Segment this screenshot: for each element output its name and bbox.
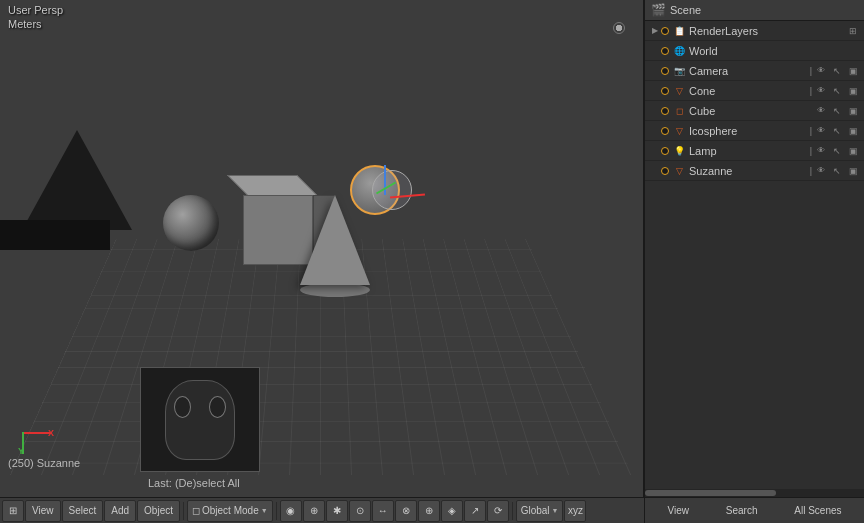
dot-cone bbox=[661, 87, 669, 95]
last-operation-label: Last: (De)select All bbox=[148, 477, 240, 489]
visibility-cube[interactable] bbox=[814, 104, 828, 118]
visibility-cone[interactable] bbox=[814, 84, 828, 98]
outliner-row-suzanne[interactable]: ▽ Suzanne | ▣ bbox=[645, 161, 864, 181]
cube-top-face bbox=[227, 175, 321, 199]
outliner-item-list[interactable]: ▶ 📋 RenderLayers ⊞ 🌐 World 📷 Cam bbox=[645, 21, 864, 489]
outliner-row-cone[interactable]: ▽ Cone | ▣ bbox=[645, 81, 864, 101]
visibility-icosphere[interactable] bbox=[814, 124, 828, 138]
scene-header-icon: 🎬 bbox=[651, 3, 666, 17]
icon-icosphere: ▽ bbox=[672, 124, 686, 138]
label-world: World bbox=[689, 45, 860, 57]
global-label: Global bbox=[521, 505, 550, 516]
sep-icosphere: | bbox=[810, 126, 812, 136]
dot-icosphere bbox=[661, 127, 669, 135]
select-suzanne[interactable] bbox=[830, 164, 844, 178]
expand-world bbox=[649, 45, 661, 57]
outliner-view-btn[interactable]: View bbox=[661, 505, 695, 516]
toolbar-icon-10[interactable]: ⟳ bbox=[487, 500, 509, 522]
render-suzanne[interactable]: ▣ bbox=[846, 164, 860, 178]
dot-renderlayers bbox=[661, 27, 669, 35]
actions-renderlayers: ⊞ bbox=[846, 24, 860, 38]
toolbar-sep-3 bbox=[512, 502, 513, 520]
object-mode-label: Object Mode bbox=[202, 505, 259, 516]
add-menu-label: Add bbox=[111, 505, 129, 516]
outliner-row-cube[interactable]: ◻ Cube ▣ bbox=[645, 101, 864, 121]
icon-cone: ▽ bbox=[672, 84, 686, 98]
gizmo-circle bbox=[372, 170, 412, 210]
transform-gizmo bbox=[370, 165, 420, 215]
viewport-mode-icon-btn[interactable]: ⊞ bbox=[2, 500, 24, 522]
render-icosphere[interactable]: ▣ bbox=[846, 124, 860, 138]
render-cone[interactable]: ▣ bbox=[846, 84, 860, 98]
expand-renderlayers[interactable]: ▶ bbox=[649, 25, 661, 37]
outliner-all-scenes-btn[interactable]: All Scenes bbox=[788, 505, 847, 516]
select-cone[interactable] bbox=[830, 84, 844, 98]
render-lamp[interactable]: ▣ bbox=[846, 144, 860, 158]
outliner-row-renderlayers[interactable]: ▶ 📋 RenderLayers ⊞ bbox=[645, 21, 864, 41]
add-menu-btn[interactable]: Add bbox=[104, 500, 136, 522]
outliner-header: 🎬 Scene bbox=[645, 0, 864, 21]
actions-cube: ▣ bbox=[814, 104, 860, 118]
view-menu-btn[interactable]: View bbox=[25, 500, 61, 522]
sep-suzanne: | bbox=[810, 166, 812, 176]
icon-suzanne: ▽ bbox=[672, 164, 686, 178]
icon-camera: 📷 bbox=[672, 64, 686, 78]
viewport-3d[interactable]: User Persp Meters bbox=[0, 0, 644, 497]
axis-x-line bbox=[22, 432, 50, 434]
icon-renderlayers: 📋 bbox=[672, 24, 686, 38]
visibility-suzanne[interactable] bbox=[814, 164, 828, 178]
select-lamp[interactable] bbox=[830, 144, 844, 158]
bottom-row: ⊞ View Select Add Object ◻ Object Mode ▼… bbox=[0, 497, 864, 523]
toolbar-icon-8[interactable]: ◈ bbox=[441, 500, 463, 522]
label-suzanne: Suzanne bbox=[689, 165, 808, 177]
label-icosphere: Icosphere bbox=[689, 125, 808, 137]
label-renderlayers: RenderLayers bbox=[689, 25, 844, 37]
outliner-row-lamp[interactable]: 💡 Lamp | ▣ bbox=[645, 141, 864, 161]
viewport-unit-label: Meters bbox=[8, 18, 63, 30]
toolbar-icon-1[interactable]: ◉ bbox=[280, 500, 302, 522]
visibility-camera[interactable] bbox=[814, 64, 828, 78]
toolbar-icon-xyz[interactable]: xyz bbox=[564, 500, 586, 522]
outliner-scrollbar-thumb[interactable] bbox=[645, 490, 776, 496]
axis-x-label: X bbox=[48, 428, 54, 438]
toolbar-icon-4[interactable]: ⊙ bbox=[349, 500, 371, 522]
dot-lamp bbox=[661, 147, 669, 155]
dot-cube bbox=[661, 107, 669, 115]
viewport-header: User Persp Meters bbox=[8, 4, 63, 30]
global-dropdown[interactable]: Global ▼ bbox=[516, 500, 564, 522]
toolbar-icon-2[interactable]: ⊕ bbox=[303, 500, 325, 522]
pyramid-object bbox=[22, 130, 132, 230]
select-menu-btn[interactable]: Select bbox=[62, 500, 104, 522]
toolbar-icon-6[interactable]: ⊗ bbox=[395, 500, 417, 522]
outliner-row-camera[interactable]: 📷 Camera | ▣ bbox=[645, 61, 864, 81]
gizmo-y-axis bbox=[384, 165, 386, 195]
action-renderlayers-extra[interactable]: ⊞ bbox=[846, 24, 860, 38]
label-lamp: Lamp bbox=[689, 145, 808, 157]
axis-y-label: Y bbox=[18, 446, 24, 456]
view-menu-label: View bbox=[32, 505, 54, 516]
select-camera[interactable] bbox=[830, 64, 844, 78]
select-icosphere[interactable] bbox=[830, 124, 844, 138]
select-cube[interactable] bbox=[830, 104, 844, 118]
object-menu-btn[interactable]: Object bbox=[137, 500, 180, 522]
toolbar-icon-5[interactable]: ↔ bbox=[372, 500, 394, 522]
object-mode-dropdown[interactable]: ◻ Object Mode ▼ bbox=[187, 500, 273, 522]
outliner-row-icosphere[interactable]: ▽ Icosphere | ▣ bbox=[645, 121, 864, 141]
visibility-lamp[interactable] bbox=[814, 144, 828, 158]
toolbar-icon-7[interactable]: ⊕ bbox=[418, 500, 440, 522]
render-camera[interactable]: ▣ bbox=[846, 64, 860, 78]
dot-suzanne bbox=[661, 167, 669, 175]
render-cube[interactable]: ▣ bbox=[846, 104, 860, 118]
suzanne-object bbox=[345, 165, 405, 225]
outliner-title: Scene bbox=[670, 4, 701, 16]
toolbar-sep-2 bbox=[276, 502, 277, 520]
label-cone: Cone bbox=[689, 85, 808, 97]
outliner-search-btn[interactable]: Search bbox=[720, 505, 764, 516]
outliner-scrollbar[interactable] bbox=[645, 489, 864, 497]
toolbar-icon-3[interactable]: ✱ bbox=[326, 500, 348, 522]
toolbar-icon-9[interactable]: ↗ bbox=[464, 500, 486, 522]
viewport-toolbar: ⊞ View Select Add Object ◻ Object Mode ▼… bbox=[0, 497, 644, 523]
outliner-row-world[interactable]: 🌐 World bbox=[645, 41, 864, 61]
viewport-grid bbox=[10, 239, 633, 475]
object-mode-arrow: ▼ bbox=[261, 507, 268, 514]
